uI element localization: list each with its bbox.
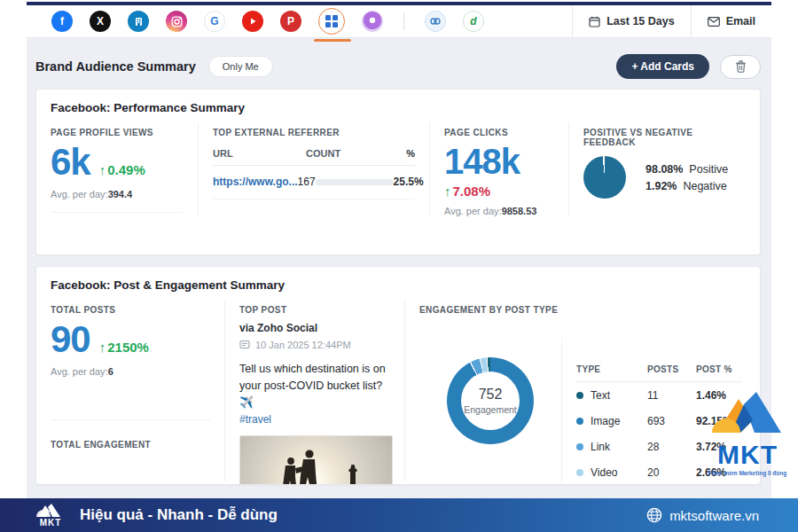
profile-views-avg: Avg. per day:394.4 <box>51 189 184 200</box>
total-posts-value: 90 <box>51 320 90 359</box>
pinterest-icon[interactable]: P <box>280 11 301 32</box>
col-count: COUNT <box>306 148 352 159</box>
globe-icon <box>646 507 662 523</box>
calendar-icon <box>589 16 600 27</box>
date-range-button[interactable]: Last 15 Days <box>572 5 690 37</box>
post-text: Tell us which destination is on your pos… <box>239 361 390 411</box>
post-image[interactable] <box>239 435 393 485</box>
network-toolbar: f X G P d Last 15 Days Email <box>27 5 771 38</box>
instagram-icon[interactable] <box>166 11 187 32</box>
total-posts-section: TOTAL POSTS 90 ↑2150% Avg. per day:6 TOT… <box>36 300 224 481</box>
referrer-label: TOP EXTERNAL REFERRER <box>213 128 415 137</box>
page-clicks-section: PAGE CLICKS 148k ↑7.08% Avg. per day:985… <box>429 122 568 216</box>
add-cards-button[interactable]: + Add Cards <box>616 54 709 79</box>
mkt-watermark-logo: MKT Phần mềm Marketing 0 đồng <box>702 390 793 476</box>
x-twitter-icon[interactable]: X <box>90 11 111 32</box>
engagement-donut-chart: 752 Engagement <box>447 357 534 444</box>
performance-summary-card: Facebook: Performance Summary PAGE PROFI… <box>35 89 761 255</box>
visibility-pill[interactable]: Only Me <box>208 56 273 77</box>
legend-dot-text <box>576 392 583 399</box>
page-clicks-value: 148k <box>444 143 554 180</box>
referrer-table-header: URL COUNT % <box>213 143 415 166</box>
col-posts: POSTS <box>647 364 696 374</box>
page-title: Brand Audience Summary <box>35 59 196 74</box>
grid-squares <box>325 15 338 27</box>
google-business-icon[interactable] <box>128 11 149 32</box>
total-posts-change: ↑2150% <box>99 340 149 355</box>
total-posts-avg: Avg. per day:6 <box>51 366 210 377</box>
google-icon[interactable]: G <box>204 11 225 32</box>
watermark-subtitle: Phần mềm Marketing 0 đồng <box>702 470 793 476</box>
delete-button[interactable] <box>720 55 761 79</box>
legend-dot-video <box>576 469 583 476</box>
footer-tagline: Hiệu quả - Nhanh - Dễ dùng <box>80 506 278 524</box>
referrer-table-row: https://www.go... 167 25.5% <box>213 166 415 200</box>
engagement-by-type-label: ENGAGEMENT BY POST TYPE <box>419 305 746 315</box>
link-chain-icon[interactable] <box>425 11 446 32</box>
col-post-percent: POST % <box>696 364 742 374</box>
feedback-section: POSITIVE VS NEGATIVE FEEDBACK 98.08% Pos… <box>568 122 760 216</box>
post-date: 10 Jan 2025 12:44PM <box>239 340 390 350</box>
referrer-progress-bar <box>316 179 394 185</box>
section-divider <box>51 212 184 213</box>
engagement-table-header: TYPE POSTS POST % <box>576 364 742 382</box>
mkt-logo-icon <box>705 390 790 442</box>
dailymotion-icon[interactable]: d <box>463 11 484 32</box>
feedback-negative: 1.92% Negative <box>645 180 728 192</box>
performance-card-title: Facebook: Performance Summary <box>36 90 760 122</box>
apps-grid-icon-selected[interactable] <box>318 8 345 35</box>
youtube-icon[interactable] <box>242 11 263 32</box>
date-range-label: Last 15 Days <box>606 15 674 27</box>
email-button[interactable]: Email <box>691 5 771 37</box>
legend-dot-image <box>576 418 583 425</box>
profile-views-value: 6k <box>51 143 90 182</box>
footer-bar: MKT Hiệu quả - Nhanh - Dễ dùng mktsoftwa… <box>0 498 798 532</box>
col-percent: % <box>374 148 415 159</box>
footer-left: MKT Hiệu quả - Nhanh - Dễ dùng <box>0 503 278 528</box>
footer-website: mktsoftware.vn <box>669 508 759 523</box>
referrer-percent: 25.5% <box>394 176 424 188</box>
page-clicks-label: PAGE CLICKS <box>444 128 554 137</box>
section-divider <box>51 419 210 420</box>
email-icon <box>708 17 720 27</box>
selected-network-underline <box>314 39 351 42</box>
summary-actions: + Add Cards <box>616 54 761 79</box>
summary-header: Brand Audience Summary Only Me + Add Car… <box>35 53 761 80</box>
col-type: TYPE <box>576 364 647 374</box>
up-arrow-icon: ↑ <box>99 340 106 355</box>
post-hashtag-link[interactable]: #travel <box>239 413 271 426</box>
feedback-legend: 98.08% Positive 1.92% Negative <box>645 159 728 197</box>
email-label: Email <box>726 15 755 27</box>
donut-total-label: Engagement <box>464 404 517 415</box>
page-profile-views-section: PAGE PROFILE VIEWS 6k ↑0.49% Avg. per da… <box>36 122 198 216</box>
mastodon-icon[interactable] <box>362 11 383 32</box>
up-arrow-icon: ↑ <box>99 162 106 177</box>
referrer-url-link[interactable]: https://www.go... <box>213 176 298 188</box>
toolbar-actions: Last 15 Days Email <box>572 5 771 37</box>
footer-brand: MKT <box>40 519 62 528</box>
page-clicks-avg: Avg. per day:9858.53 <box>444 206 554 216</box>
top-external-referrer-section: TOP EXTERNAL REFERRER URL COUNT % https:… <box>198 122 429 216</box>
post-engagement-card: Facebook: Post & Engagement Summary TOTA… <box>35 266 761 485</box>
post-note-icon <box>239 340 250 350</box>
toolbar-divider <box>403 12 404 30</box>
trash-icon <box>735 60 747 73</box>
total-posts-label: TOTAL POSTS <box>51 305 210 315</box>
col-url: URL <box>213 148 306 159</box>
post-source: via Zoho Social <box>239 322 390 334</box>
legend-dot-link <box>576 443 583 450</box>
page-clicks-change: ↑7.08% <box>444 184 554 199</box>
profile-views-change: ↑0.49% <box>99 162 145 177</box>
footer-mkt-logo: MKT <box>35 503 66 528</box>
referrer-count: 167 <box>298 176 316 188</box>
up-arrow-icon: ↑ <box>444 184 451 199</box>
feedback-positive: 98.08% Positive <box>645 163 728 176</box>
top-post-section: TOP POST via Zoho Social 10 Jan 2025 12:… <box>224 300 404 481</box>
facebook-icon[interactable]: f <box>51 11 73 32</box>
engagement-card-title: Facebook: Post & Engagement Summary <box>36 267 760 300</box>
network-icons-group: f X G P d <box>27 8 484 35</box>
feedback-label: POSITIVE VS NEGATIVE FEEDBACK <box>583 128 746 147</box>
footer-website-link[interactable]: mktsoftware.vn <box>646 507 798 523</box>
footer-logo-icon <box>35 503 66 518</box>
feedback-pie-chart <box>583 156 626 199</box>
